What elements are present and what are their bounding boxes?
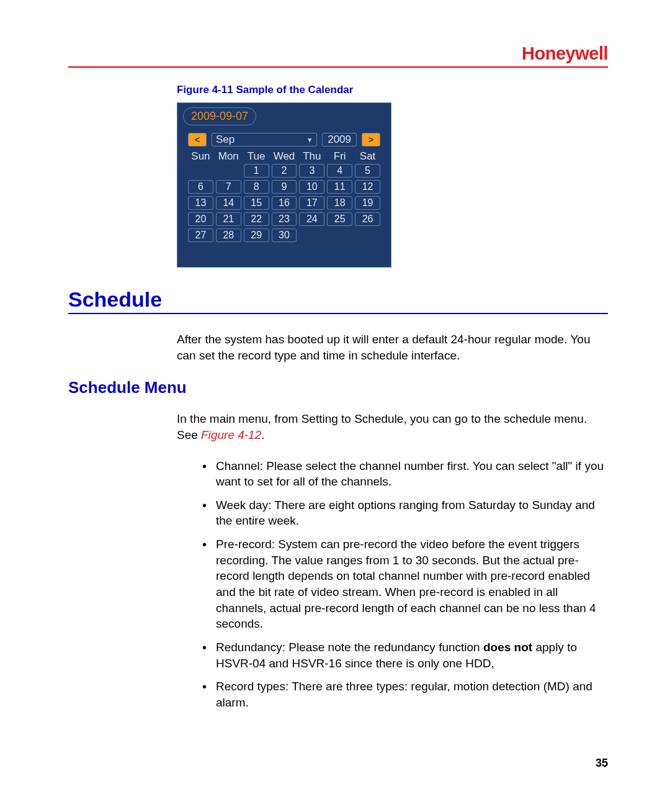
calendar-day-cell[interactable]: 26 — [355, 212, 380, 226]
dow-label: Sun — [188, 149, 213, 164]
calendar-day-cell[interactable]: 23 — [272, 212, 297, 226]
bullet-text: Redundancy: Please note the redundancy f… — [216, 641, 483, 654]
calendar-day-cell[interactable]: 18 — [327, 196, 352, 210]
calendar-day-cell[interactable]: 7 — [216, 180, 241, 194]
bullet-prerecord: Pre-record: System can pre-record the vi… — [199, 536, 608, 632]
calendar-day-cell[interactable]: 22 — [244, 212, 269, 226]
dow-label: Tue — [244, 149, 269, 164]
calendar-day-cell[interactable]: 30 — [272, 228, 297, 242]
calendar-day-cell — [299, 228, 324, 242]
calendar-day-cell — [188, 164, 213, 178]
calendar-day-cell[interactable]: 13 — [188, 196, 213, 210]
page-number: 35 — [596, 757, 608, 770]
dow-label: Mon — [216, 149, 241, 164]
selected-date-pill[interactable]: 2009-09-07 — [183, 107, 256, 125]
calendar-day-cell[interactable]: 4 — [327, 164, 352, 178]
bullet-channel: Channel: Please select the channel numbe… — [199, 458, 608, 490]
calendar-day-cell[interactable]: 24 — [299, 212, 324, 226]
chevron-down-icon: ▼ — [306, 137, 313, 143]
year-field[interactable]: 2009 — [322, 133, 357, 147]
calendar-day-cell[interactable]: 16 — [272, 196, 297, 210]
calendar-day-cell[interactable]: 9 — [272, 180, 297, 194]
calendar-day-cell[interactable]: 10 — [299, 180, 324, 194]
dow-label: Wed — [272, 149, 297, 164]
calendar-widget: 2009-09-07 < Sep ▼ 2009 > Sun Mon Tue We… — [177, 102, 391, 268]
calendar-day-cell — [216, 164, 241, 178]
calendar-day-cell — [327, 228, 352, 242]
calendar-day-cell[interactable]: 2 — [272, 164, 297, 178]
bullet-text-bold: does not — [483, 641, 532, 654]
calendar-day-cell[interactable]: 17 — [299, 196, 324, 210]
intro-paragraph: After the system has booted up it will e… — [177, 332, 608, 363]
calendar-day-cell[interactable]: 21 — [216, 212, 241, 226]
month-select[interactable]: Sep ▼ — [212, 133, 317, 147]
calendar-day-grid: 1234567891011121314151617181920212223242… — [179, 164, 389, 242]
calendar-day-cell[interactable]: 28 — [216, 228, 241, 242]
figure-cross-reference: Figure 4-12 — [201, 428, 261, 441]
calendar-day-cell[interactable]: 12 — [355, 180, 380, 194]
calendar-day-cell[interactable]: 8 — [244, 180, 269, 194]
calendar-day-cell[interactable]: 5 — [355, 164, 380, 178]
calendar-day-cell[interactable]: 15 — [244, 196, 269, 210]
next-month-button[interactable]: > — [362, 133, 380, 147]
calendar-day-cell[interactable]: 6 — [188, 180, 213, 194]
day-of-week-row: Sun Mon Tue Wed Thu Fri Sat — [179, 149, 389, 164]
section-title: Schedule — [68, 287, 608, 314]
bullet-weekday: Week day: There are eight options rangin… — [199, 497, 608, 529]
prev-month-button[interactable]: < — [188, 133, 207, 147]
figure-caption: Figure 4-11 Sample of the Calendar — [177, 84, 608, 96]
menu-intro-paragraph: In the main menu, from Setting to Schedu… — [177, 411, 608, 443]
menu-intro-text-end: . — [261, 428, 264, 441]
month-label: Sep — [216, 133, 234, 146]
schedule-menu-bullets: Channel: Please select the channel numbe… — [199, 458, 608, 711]
calendar-day-cell[interactable]: 20 — [188, 212, 213, 226]
dow-label: Fri — [327, 149, 352, 164]
calendar-day-cell[interactable]: 3 — [299, 164, 324, 178]
calendar-nav-row: < Sep ▼ 2009 > — [179, 129, 389, 149]
calendar-day-cell[interactable]: 14 — [216, 196, 241, 210]
dow-label: Thu — [299, 149, 324, 164]
bullet-record-types: Record types: There are three types: reg… — [199, 679, 608, 710]
honeywell-logo: Honeywell — [522, 43, 608, 64]
calendar-day-cell[interactable]: 27 — [188, 228, 213, 242]
calendar-day-cell — [355, 228, 380, 242]
bullet-redundancy: Redundancy: Please note the redundancy f… — [199, 639, 608, 671]
dow-label: Sat — [355, 149, 380, 164]
calendar-day-cell[interactable]: 1 — [244, 164, 269, 178]
calendar-day-cell[interactable]: 19 — [355, 196, 380, 210]
calendar-day-cell[interactable]: 29 — [244, 228, 269, 242]
page-header: Honeywell — [68, 43, 608, 68]
calendar-day-cell[interactable]: 25 — [327, 212, 352, 226]
sub-section-title: Schedule Menu — [68, 378, 608, 397]
calendar-day-cell[interactable]: 11 — [327, 180, 352, 194]
